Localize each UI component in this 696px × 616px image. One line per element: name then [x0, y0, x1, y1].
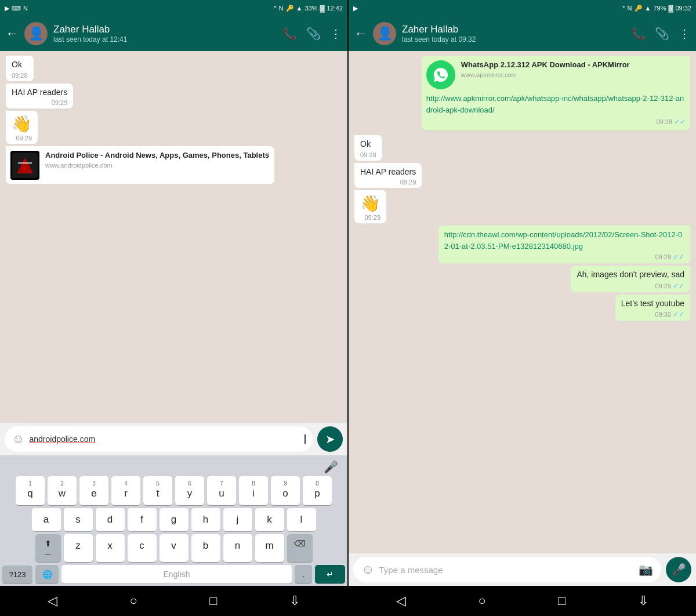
sent-card-preview: WhatsApp 2.12.312 APK Download - APKMirr…: [426, 60, 686, 89]
read-receipt: ✓✓: [674, 118, 686, 126]
back-button-right[interactable]: ←: [354, 26, 367, 41]
attach-button-right[interactable]: 📎: [655, 27, 669, 41]
link-preview-inner: Android Police - Android News, Apps, Gam…: [6, 146, 274, 184]
key-t[interactable]: 5t: [143, 476, 172, 505]
nfc-icon: N: [23, 5, 28, 12]
keyboard-bottom-row: ?123 🌐 English . ↵: [2, 565, 345, 584]
keyboard-mic[interactable]: 🎤: [324, 460, 338, 474]
android-police-logo: [10, 151, 39, 180]
key-g[interactable]: g: [160, 508, 188, 531]
download-nav-icon-right[interactable]: ⇩: [638, 593, 648, 608]
key-s[interactable]: s: [64, 508, 93, 531]
key-m[interactable]: m: [255, 534, 284, 562]
left-chat-area: Ok 09:28 HAI AP readers 09:29 👋 09:29: [0, 51, 347, 423]
link-preview-title: Android Police - Android News, Apps, Gam…: [45, 151, 270, 161]
left-input-area: ☺ androidpolice.com ➤: [0, 423, 347, 455]
key-shift[interactable]: ⬆—: [35, 534, 61, 562]
key-b[interactable]: b: [191, 534, 220, 562]
key-n[interactable]: n: [223, 534, 252, 562]
key-w[interactable]: 2w: [48, 476, 77, 505]
call-button-right[interactable]: 📞: [631, 27, 646, 41]
camera-button[interactable]: 📷: [639, 563, 653, 577]
left-nav-bar: ◁ ○ □ ⇩: [0, 586, 347, 616]
key-space[interactable]: English: [61, 565, 292, 584]
right-message-input-box[interactable]: ☺ Type a message 📷: [353, 557, 661, 582]
app-bar-actions-right: 📞 📎 ⋮: [631, 27, 690, 41]
sent-link-card: WhatsApp 2.12.312 APK Download - APKMirr…: [422, 56, 690, 131]
key-q[interactable]: 1q: [16, 476, 45, 505]
attach-button[interactable]: 📎: [306, 27, 321, 41]
svg-point-2: [23, 167, 27, 171]
msg-text: Ok: [360, 139, 371, 148]
bt-icon2: *: [274, 5, 276, 12]
message-input-box[interactable]: ☺ androidpolice.com: [5, 426, 313, 452]
keyboard[interactable]: 🎤 1q 2w 3e 4r 5t 6y 7u 8i 9o 0p a s d f …: [0, 455, 347, 586]
read-receipt: ✓✓: [673, 282, 684, 290]
menu-button-right[interactable]: ⋮: [679, 27, 690, 41]
received-bubble: HAI AP readers 09:29: [354, 163, 422, 189]
sent-link-href: http://www.apkmirror.com/apk/whatsapp-in…: [426, 93, 686, 115]
message-input[interactable]: androidpolice.com: [29, 434, 299, 444]
menu-button[interactable]: ⋮: [330, 27, 342, 41]
received-bubble: 👋 09:29: [354, 190, 386, 223]
key-k[interactable]: k: [255, 508, 284, 531]
key-z[interactable]: z: [64, 534, 93, 562]
key-x[interactable]: x: [96, 534, 125, 562]
recents-nav-icon[interactable]: □: [209, 593, 217, 608]
key-j[interactable]: j: [223, 508, 252, 531]
left-app-bar: ← 👤 Zaher Hallab last seen today at 12:4…: [0, 16, 347, 51]
key-globe[interactable]: 🌐: [35, 565, 59, 584]
left-time: 12:42: [327, 5, 343, 12]
call-button[interactable]: 📞: [282, 27, 297, 41]
msg-row: WhatsApp 2.12.312 APK Download - APKMirr…: [354, 56, 690, 133]
emoji-button-right[interactable]: ☺: [361, 562, 374, 577]
wave-emoji: 👋: [12, 115, 32, 133]
send-button[interactable]: ➤: [317, 426, 343, 452]
key-backspace[interactable]: ⌫: [287, 534, 313, 562]
key-a[interactable]: a: [32, 508, 61, 531]
keyboard-row-a: a s d f g h j k l: [2, 508, 345, 531]
key-i[interactable]: 8i: [239, 476, 268, 505]
msg-time: 09:30 ✓✓: [621, 310, 684, 318]
key-h[interactable]: h: [191, 508, 220, 531]
battery-right: ▓: [668, 5, 673, 12]
msg-time: 09:29: [360, 214, 380, 221]
msg-row: 👋 09:29: [354, 190, 690, 223]
key-y[interactable]: 6y: [175, 476, 204, 505]
close-preview-button[interactable]: ×: [265, 150, 270, 159]
download-nav-icon[interactable]: ⇩: [289, 593, 300, 608]
key-u[interactable]: 7u: [207, 476, 236, 505]
back-nav-icon[interactable]: ◁: [48, 593, 57, 608]
key-f[interactable]: f: [128, 508, 157, 531]
signal-strength: 33%: [304, 5, 317, 12]
key-numbers[interactable]: ?123: [2, 566, 32, 584]
link-preview: Android Police - Android News, Apps, Gam…: [6, 146, 274, 184]
key-period[interactable]: .: [295, 565, 312, 584]
back-nav-icon-right[interactable]: ◁: [396, 593, 406, 608]
msg-time: 09:29: [12, 99, 67, 106]
signal-right: 79%: [653, 5, 666, 12]
home-nav-icon-right[interactable]: ○: [478, 593, 486, 608]
left-phone-panel: ▶ ⌨ N * N 🔑 ▲ 33% ▓ 12:42 ← 👤 Zaher Hall…: [0, 0, 347, 616]
contact-avatar: 👤: [24, 22, 48, 45]
recents-nav-icon-right[interactable]: □: [558, 593, 566, 608]
home-nav-icon[interactable]: ○: [130, 593, 137, 608]
key-l[interactable]: l: [287, 508, 316, 531]
key-p[interactable]: 0p: [303, 476, 332, 505]
back-button[interactable]: ←: [6, 26, 19, 41]
key-d[interactable]: d: [96, 508, 125, 531]
key-o[interactable]: 9o: [271, 476, 300, 505]
key-r[interactable]: 4r: [111, 476, 140, 505]
msg-row: http://cdn.theawl.com/wp-content/uploads…: [354, 226, 690, 263]
key-e[interactable]: 3e: [79, 476, 108, 505]
msg-text: Let's test youtube: [621, 299, 684, 308]
right-time: 09:32: [675, 5, 691, 12]
msg-row: 👋 09:29: [6, 111, 342, 144]
key-c[interactable]: c: [128, 534, 157, 562]
msg-text: HAI AP readers: [12, 88, 67, 97]
msg-row: Ok 09:28: [6, 56, 342, 81]
key-enter[interactable]: ↵: [315, 565, 345, 584]
emoji-button[interactable]: ☺: [12, 432, 24, 447]
key-v[interactable]: v: [160, 534, 188, 562]
mic-button[interactable]: 🎤: [666, 557, 691, 582]
